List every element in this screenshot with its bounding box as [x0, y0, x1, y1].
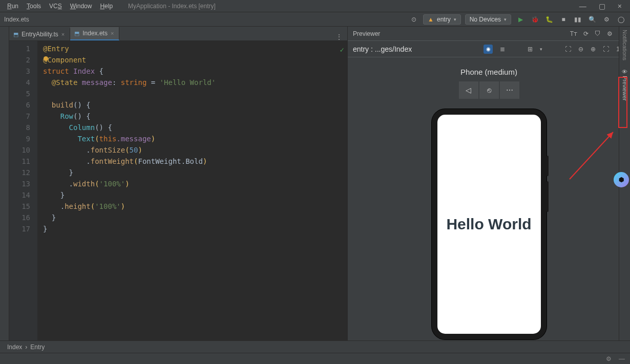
run-config-label: entry [437, 16, 451, 23]
breadcrumb-item[interactable]: Index [7, 344, 22, 351]
menu-window[interactable]: Window [67, 3, 95, 10]
tab-label: EntryAbility.ts [22, 31, 58, 38]
editor-pane: ⬒ EntryAbility.ts × ⬒ Index.ets × ⋮ ✓ 1 … [9, 27, 347, 340]
file-icon: ⬒ [74, 30, 79, 37]
profiler-icon[interactable]: 🐛 [544, 16, 554, 23]
gear-icon[interactable]: ⚙ [606, 355, 612, 362]
run-config-dropdown[interactable]: ▲ entry ▾ [423, 14, 461, 25]
menu-vcs[interactable]: VCS [46, 3, 65, 10]
fullscreen-icon[interactable]: ⛶ [603, 46, 609, 53]
warning-icon [44, 56, 48, 61]
menu-run[interactable]: RRunun [4, 3, 22, 10]
chevron-right-icon: › [25, 344, 27, 351]
grid-icon[interactable]: ⊞ [528, 46, 533, 53]
search-icon[interactable]: 🔍 [587, 16, 597, 23]
maximize-icon[interactable]: ▢ [599, 2, 605, 10]
refresh-icon[interactable]: ⟳ [583, 30, 589, 37]
file-path: Index.ets [4, 16, 29, 23]
zoom-in-icon[interactable]: ⊕ [591, 46, 596, 53]
editor-tabs: ⬒ EntryAbility.ts × ⬒ Index.ets × ⋮ [9, 27, 347, 41]
close-window-icon[interactable]: × [618, 2, 622, 10]
code-editor[interactable]: ✓ 1 2 3 4 5 6 7 8 9 10 11 12 13 14 15 16… [9, 41, 347, 340]
phone-button-icon [547, 156, 549, 176]
menu-tools[interactable]: Tools [24, 3, 44, 10]
tab-label: Index.ets [82, 30, 108, 37]
menu-help[interactable]: Help [97, 3, 116, 10]
minimize-icon[interactable]: — [619, 355, 625, 362]
status-bar: ⚙ — [0, 353, 630, 364]
back-icon[interactable]: ◁ [459, 81, 478, 99]
previewer-sub-toolbar: entry : ...ges/Index ◉ ≣ ⊞ ▾ ⛶ ⊖ ⊕ ⛶ 1:1 [348, 41, 630, 57]
crop-icon[interactable]: ⛶ [565, 46, 571, 53]
toolbar: Index.ets ⊙ ▲ entry ▾ No Devices ▾ ▶ 🐞 🐛… [0, 12, 630, 27]
debug-icon[interactable]: 🐞 [530, 16, 540, 23]
file-icon: ⬒ [13, 31, 18, 38]
code-body[interactable]: @Entry @Component struct Index { @State … [38, 41, 347, 340]
close-icon[interactable]: × [111, 30, 114, 36]
chevron-down-icon[interactable]: ▾ [540, 47, 542, 52]
target-icon[interactable]: ⊙ [409, 16, 419, 23]
assistant-orb-icon[interactable]: ⬢ [614, 172, 629, 187]
stop-icon[interactable]: ■ [558, 16, 569, 23]
toolbar-icon1[interactable]: ▮▮ [573, 16, 583, 23]
avatar-icon[interactable]: ◯ [616, 16, 626, 23]
entry-path: entry : ...ges/Index [353, 45, 412, 53]
app-text: Hello World [446, 216, 531, 233]
tab-index[interactable]: ⬒ Index.ets × [70, 27, 119, 40]
more-dots-icon[interactable]: ⋯ [500, 81, 519, 99]
notifications-tab[interactable]: Notifications [622, 27, 628, 63]
window-title: MyApplication - Index.ets [entry] [128, 3, 216, 10]
minimize-icon[interactable]: — [579, 2, 586, 10]
filter-icon[interactable]: ⛉ [595, 30, 601, 37]
more-icon[interactable]: ⋮ [331, 33, 347, 40]
device-controls: ◁ ⎋ ⋯ [459, 81, 519, 99]
menu-bar: RRunun Tools VCS Window Help MyApplicati… [0, 0, 630, 12]
tab-entryability[interactable]: ⬒ EntryAbility.ts × [9, 28, 70, 40]
font-icon[interactable]: Tᴛ [570, 30, 577, 37]
phone-frame: Hello World [432, 109, 547, 339]
inspector-icon[interactable]: ◉ [484, 45, 493, 54]
previewer-header: Previewer Tᴛ ⟳ ⛉ ⚙ — [348, 27, 630, 41]
chevron-down-icon: ▾ [504, 17, 507, 22]
layers-icon[interactable]: ≣ [500, 46, 505, 53]
run-icon[interactable]: ▶ [515, 16, 526, 23]
left-tool-strip [0, 27, 9, 340]
previewer-canvas: Phone (medium) ◁ ⎋ ⋯ Hello World [348, 57, 630, 340]
phone-button-icon [547, 181, 549, 212]
close-icon[interactable]: × [61, 31, 65, 37]
device-dropdown[interactable]: No Devices ▾ [465, 14, 511, 25]
device-label: No Devices [470, 16, 501, 23]
previewer-pane: Previewer Tᴛ ⟳ ⛉ ⚙ — entry : ...ges/Inde… [347, 27, 630, 340]
rotate-icon[interactable]: ⎋ [479, 81, 499, 99]
annotation-highlight [618, 77, 627, 128]
breadcrumb-item[interactable]: Entry [30, 344, 45, 351]
previewer-title: Previewer [353, 30, 380, 37]
breadcrumb: Index › Entry [0, 340, 630, 353]
zoom-out-icon[interactable]: ⊖ [578, 46, 583, 53]
chevron-down-icon: ▾ [454, 17, 456, 22]
device-label: Phone (medium) [460, 68, 517, 76]
settings-icon[interactable]: ⚙ [601, 16, 612, 23]
gear-icon[interactable]: ⚙ [607, 30, 613, 37]
check-icon: ✓ [340, 44, 344, 55]
main-area: ⬒ EntryAbility.ts × ⬒ Index.ets × ⋮ ✓ 1 … [0, 27, 630, 340]
line-gutter: 1 2 3 4 5 6 7 8 9 10 11 12 13 14 15 16 1… [9, 41, 38, 340]
